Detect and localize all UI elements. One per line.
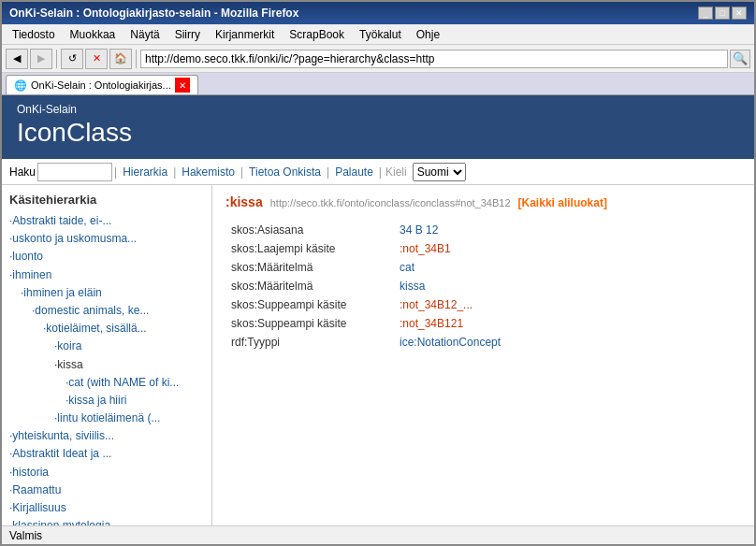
prop-val-1: :not_34B1 bbox=[394, 239, 741, 258]
prop-key-3: skos:Määritelmä bbox=[225, 277, 394, 295]
nav-link-tietoa[interactable]: Tietoa Onkista bbox=[245, 165, 325, 179]
tab-favicon: 🌐 bbox=[14, 79, 27, 92]
sidebar-item-6[interactable]: ·kotieläimet, sisällä... bbox=[9, 320, 204, 338]
forward-button[interactable]: ▶ bbox=[30, 49, 52, 69]
reload-button[interactable]: ↺ bbox=[61, 49, 83, 69]
prop-val-3: kissa bbox=[394, 277, 741, 295]
sidebar-item-17[interactable]: ·klassinen mytologia ... bbox=[9, 517, 204, 525]
status-text: Valmis bbox=[9, 529, 42, 542]
prop-key-6: rdf:Tyyppi bbox=[225, 333, 394, 352]
detail-header: :kissa http://seco.tkk.fi/onto/iconclass… bbox=[225, 194, 741, 209]
menu-kirjanmerkit[interactable]: Kirjanmerkit bbox=[209, 25, 281, 44]
prop-val-4: :not_34B12_... bbox=[394, 295, 741, 314]
toolbar-separator-2 bbox=[136, 50, 137, 68]
prop-key-5: skos:Suppeampi käsite bbox=[225, 314, 394, 333]
menu-tyokalut[interactable]: Työkalut bbox=[353, 25, 408, 44]
toolbar-separator-1 bbox=[56, 50, 57, 68]
nav-sep-0: | bbox=[114, 165, 117, 179]
prop-key-2: skos:Määritelmä bbox=[225, 258, 394, 277]
table-row: skos:Määritelmä cat bbox=[225, 258, 741, 277]
sidebar-item-5[interactable]: ·domestic animals, ke... bbox=[9, 302, 204, 320]
menu-nayta[interactable]: Näytä bbox=[124, 25, 166, 44]
detail-uri: http://seco.tkk.fi/onto/iconclass/iconcl… bbox=[270, 197, 511, 208]
prop-link-4[interactable]: :not_34B12_... bbox=[400, 298, 472, 311]
detail-panel: :kissa http://seco.tkk.fi/onto/iconclass… bbox=[212, 185, 754, 525]
sidebar-item-11[interactable]: ·lintu kotieläimenä (... bbox=[9, 410, 204, 427]
sidebar-tree: ·Abstrakti taide, ei-... ·uskonto ja usk… bbox=[9, 212, 204, 525]
menu-tiedosto[interactable]: Tiedosto bbox=[6, 25, 62, 44]
nav-search-input[interactable] bbox=[37, 163, 112, 181]
home-button[interactable]: 🏠 bbox=[109, 49, 132, 69]
menu-ohje[interactable]: Ohje bbox=[410, 25, 446, 44]
nav-sep-2: | bbox=[240, 165, 243, 179]
browser-window: OnKi-Selain : Ontologiakirjasto-selain -… bbox=[0, 0, 756, 546]
sidebar-item-12[interactable]: ·yhteiskunta, siviilis... bbox=[9, 427, 204, 445]
stop-button[interactable]: ✕ bbox=[85, 49, 108, 69]
sidebar-item-3[interactable]: ·ihminen bbox=[9, 266, 204, 284]
url-input[interactable] bbox=[140, 50, 728, 68]
table-row: rdf:Tyyppi ice:NotationConcept bbox=[225, 333, 741, 352]
prop-val-6: ice:NotationConcept bbox=[394, 333, 741, 352]
minimize-button[interactable]: _ bbox=[698, 7, 713, 20]
prop-key-1: skos:Laajempi käsite bbox=[225, 239, 394, 258]
main-area: Käsitehierarkia ·Abstrakti taide, ei-...… bbox=[2, 185, 754, 525]
sidebar-item-4[interactable]: ·ihminen ja eläin bbox=[9, 284, 204, 302]
sidebar-item-15[interactable]: ·Raamattu bbox=[9, 481, 204, 499]
status-bar: Valmis bbox=[2, 525, 754, 544]
menu-muokkaa[interactable]: Muokkaa bbox=[64, 25, 123, 44]
menu-bar: Tiedosto Muokkaa Näytä Siirry Kirjanmerk… bbox=[2, 24, 754, 45]
prop-val-2: cat bbox=[394, 258, 741, 277]
sidebar-item-0[interactable]: ·Abstrakti taide, ei-... bbox=[9, 212, 204, 230]
table-row: skos:Suppeampi käsite :not_34B121 bbox=[225, 314, 741, 333]
sidebar: Käsitehierarkia ·Abstrakti taide, ei-...… bbox=[2, 185, 212, 525]
sidebar-item-10[interactable]: ·kissa ja hiiri bbox=[9, 392, 204, 410]
sidebar-heading: Käsitehierarkia bbox=[9, 193, 204, 207]
app-header: OnKi-Selain IconClass bbox=[2, 95, 754, 159]
menu-scrapbook[interactable]: ScrapBook bbox=[283, 25, 351, 44]
prop-val-0: 34 B 12 bbox=[394, 221, 741, 239]
table-row: skos:Asiasana 34 B 12 bbox=[225, 221, 741, 239]
lang-select[interactable]: Suomi bbox=[413, 163, 466, 181]
nav-bar: Haku | Hierarkia | Hakemisto | Tietoa On… bbox=[2, 159, 754, 185]
close-button[interactable]: ✕ bbox=[732, 7, 747, 20]
nav-link-hierarkia[interactable]: Hierarkia bbox=[119, 165, 171, 179]
nav-haku-label: Haku bbox=[9, 165, 36, 179]
nav-sep-4: | bbox=[379, 165, 382, 179]
maximize-button[interactable]: □ bbox=[715, 7, 730, 20]
title-bar: OnKi-Selain : Ontologiakirjasto-selain -… bbox=[2, 2, 754, 24]
sidebar-item-2[interactable]: ·luonto bbox=[9, 248, 204, 266]
detail-title: :kissa bbox=[225, 194, 263, 209]
menu-siirry[interactable]: Siirry bbox=[168, 25, 207, 44]
sidebar-item-16[interactable]: ·Kirjallisuus bbox=[9, 499, 204, 517]
sidebar-item-1[interactable]: ·uskonto ja uskomusma... bbox=[9, 230, 204, 248]
table-row: skos:Laajempi käsite :not_34B1 bbox=[225, 239, 741, 258]
search-go-button[interactable]: 🔍 bbox=[730, 50, 750, 68]
prop-key-0: skos:Asiasana bbox=[225, 221, 394, 239]
table-row: skos:Määritelmä kissa bbox=[225, 277, 741, 295]
prop-link-5[interactable]: :not_34B121 bbox=[400, 317, 463, 330]
prop-key-4: skos:Suppeampi käsite bbox=[225, 295, 394, 314]
detail-badge[interactable]: [Kaikki aliluokat] bbox=[518, 196, 607, 209]
sidebar-item-8[interactable]: ·kissa bbox=[9, 356, 204, 374]
tab-onki[interactable]: 🌐 OnKi-Selain : Ontologiakirjas... ✕ bbox=[6, 75, 198, 94]
sidebar-item-14[interactable]: ·historia bbox=[9, 464, 204, 481]
back-button[interactable]: ◀ bbox=[6, 49, 28, 69]
detail-table: skos:Asiasana 34 B 12 skos:Laajempi käsi… bbox=[225, 221, 741, 352]
table-row: skos:Suppeampi käsite :not_34B12_... bbox=[225, 295, 741, 314]
nav-link-palaute[interactable]: Palaute bbox=[331, 165, 377, 179]
page-content: OnKi-Selain IconClass Haku | Hierarkia |… bbox=[2, 95, 754, 525]
nav-links: | Hierarkia | Hakemisto | Tietoa Onkista… bbox=[112, 165, 409, 179]
sidebar-item-13[interactable]: ·Abstraktit Ideat ja ... bbox=[9, 445, 204, 463]
tab-label: OnKi-Selain : Ontologiakirjas... bbox=[31, 79, 171, 91]
tab-close-button[interactable]: ✕ bbox=[175, 78, 190, 93]
app-name: OnKi-Selain bbox=[17, 103, 739, 116]
nav-sep-1: | bbox=[173, 165, 176, 179]
toolbar: ◀ ▶ ↺ ✕ 🏠 🔍 bbox=[2, 45, 754, 73]
sidebar-item-9[interactable]: ·cat (with NAME of ki... bbox=[9, 374, 204, 392]
prop-link-1[interactable]: :not_34B1 bbox=[400, 242, 451, 255]
prop-val-5: :not_34B121 bbox=[394, 314, 741, 333]
nav-link-hakemisto[interactable]: Hakemisto bbox=[178, 165, 239, 179]
app-title: IconClass bbox=[17, 118, 739, 148]
sidebar-item-7[interactable]: ·koira bbox=[9, 338, 204, 355]
nav-sep-3: | bbox=[327, 165, 329, 179]
